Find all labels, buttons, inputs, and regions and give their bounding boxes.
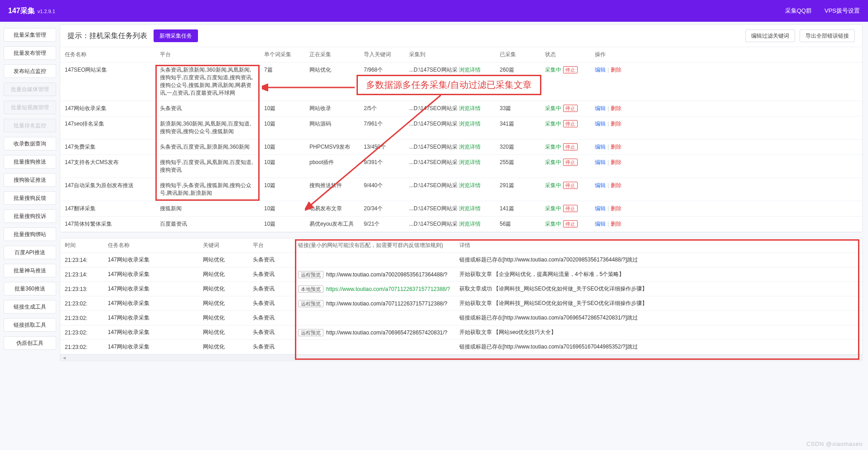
browse-detail-link[interactable]: 浏览详情 bbox=[459, 205, 481, 212]
cell-platform: 头条资讯 bbox=[155, 101, 260, 116]
sidebar-item-15[interactable]: 链接生成工具 bbox=[4, 300, 56, 314]
cell-log-link: 远程预览http://www.toutiao.com/a700209853561… bbox=[294, 267, 455, 282]
log-row: 21:23:02:147网站收录采集网站优化头条资讯远程预览http://www… bbox=[60, 296, 862, 311]
col-platform: 平台 bbox=[155, 47, 260, 63]
log-col-detail: 详情 bbox=[455, 238, 862, 253]
horizontal-scrollbar[interactable] bbox=[60, 354, 862, 361]
cell-log-link bbox=[294, 311, 455, 325]
cell-log-keyword: 网站优化 bbox=[198, 267, 248, 282]
cell-log-keyword: 网站优化 bbox=[198, 325, 248, 340]
sidebar-item-9[interactable]: 批量搜狗反馈 bbox=[4, 191, 56, 205]
edit-link[interactable]: 编辑 bbox=[595, 182, 606, 189]
log-col-time: 时间 bbox=[60, 238, 103, 253]
delete-link[interactable]: 删除 bbox=[611, 205, 622, 212]
delete-link[interactable]: 删除 bbox=[611, 159, 622, 165]
cell-collecting: 网站优化 bbox=[305, 63, 359, 101]
delete-link[interactable]: 删除 bbox=[611, 105, 622, 111]
edit-link[interactable]: 编辑 bbox=[595, 121, 606, 127]
stop-button[interactable]: 停止 bbox=[563, 220, 578, 227]
task-panel-header: 提示：挂机采集任务列表 新增采集任务 编辑过滤关键词 导出全部错误链接 bbox=[60, 25, 862, 47]
local-preview-button[interactable]: 本地预览 bbox=[298, 285, 323, 293]
stop-button[interactable]: 停止 bbox=[563, 182, 578, 189]
add-task-button[interactable]: 新增采集任务 bbox=[154, 29, 198, 42]
cell-single: 7篇 bbox=[260, 63, 305, 101]
cell-log-link: 本地预览https://www.toutiao.com/a70711226371… bbox=[294, 282, 455, 296]
delete-link[interactable]: 删除 bbox=[611, 182, 622, 189]
browse-detail-link[interactable]: 浏览详情 bbox=[459, 221, 481, 227]
stop-button[interactable]: 停止 bbox=[563, 205, 578, 212]
cell-op: 编辑|删除 bbox=[590, 63, 862, 101]
cell-single: 10篇 bbox=[260, 217, 305, 232]
edit-link[interactable]: 编辑 bbox=[595, 144, 606, 150]
cell-collected: 255篇 bbox=[495, 155, 540, 178]
delete-link[interactable]: 删除 bbox=[611, 121, 622, 127]
sidebar-item-7[interactable]: 批量搜狗推送 bbox=[4, 155, 56, 169]
cell-log-platform: 头条资讯 bbox=[248, 311, 294, 325]
log-url: http://www.toutiao.com/a7069654728657420… bbox=[326, 329, 448, 336]
log-col-link: 链接(量小的网站可能没有匹配，如需要可群内反馈增加规则) bbox=[294, 238, 455, 253]
browse-detail-link[interactable]: 浏览详情 bbox=[459, 67, 481, 73]
edit-link[interactable]: 编辑 bbox=[595, 159, 606, 165]
edit-link[interactable]: 编辑 bbox=[595, 221, 606, 227]
delete-link[interactable]: 删除 bbox=[611, 67, 622, 73]
cell-platform: 新浪新闻,360新闻,凤凰新闻,百度知道,搜狗资讯,搜狗公众号,搜狐新闻 bbox=[155, 116, 260, 140]
delete-link[interactable]: 删除 bbox=[611, 221, 622, 227]
top-bar: 147采集 v1.2.9.1 采集QQ群 VPS拨号设置 bbox=[0, 0, 868, 22]
sidebar-item-11[interactable]: 批量搜狗绑站 bbox=[4, 227, 56, 241]
browse-detail-link[interactable]: 浏览详情 bbox=[459, 159, 481, 165]
remote-preview-button[interactable]: 远程预览 bbox=[298, 329, 323, 336]
sidebar-item-8[interactable]: 搜狗验证推送 bbox=[4, 173, 56, 187]
cell-imported: 7/961个 bbox=[359, 116, 405, 140]
browse-detail-link[interactable]: 浏览详情 bbox=[459, 105, 481, 111]
topbar-link-qq[interactable]: 采集QQ群 bbox=[785, 7, 812, 15]
cell-log-task: 147网站收录采集 bbox=[103, 282, 198, 296]
delete-link[interactable]: 删除 bbox=[611, 144, 622, 150]
cell-imported: 9/440个 bbox=[359, 178, 405, 201]
export-errors-button[interactable]: 导出全部错误链接 bbox=[800, 29, 855, 42]
cell-collecting: 易优eyou发布工具 bbox=[305, 217, 359, 232]
log-url[interactable]: https://www.toutiao.com/a707112263715771… bbox=[326, 286, 450, 292]
cell-op: 编辑|删除 bbox=[590, 178, 862, 201]
browse-detail-link[interactable]: 浏览详情 bbox=[459, 121, 481, 127]
cell-collect-to: ...D:\147SEO网站采 浏览详情 bbox=[405, 116, 495, 140]
sidebar-item-13[interactable]: 批量神马推送 bbox=[4, 264, 56, 277]
cell-op: 编辑|删除 bbox=[590, 101, 862, 116]
remote-preview-button[interactable]: 远程预览 bbox=[298, 300, 323, 307]
sidebar-item-4: 批量短视频管理 bbox=[4, 101, 56, 114]
cell-collected: 341篇 bbox=[495, 116, 540, 140]
sidebar-item-6[interactable]: 收录数据查询 bbox=[4, 137, 56, 150]
cell-single: 10篇 bbox=[260, 116, 305, 140]
browse-detail-link[interactable]: 浏览详情 bbox=[459, 144, 481, 150]
stop-button[interactable]: 停止 bbox=[563, 105, 578, 112]
edit-link[interactable]: 编辑 bbox=[595, 205, 606, 212]
edit-link[interactable]: 编辑 bbox=[595, 105, 606, 111]
sidebar-item-0[interactable]: 批量采集管理 bbox=[4, 28, 56, 42]
sidebar-item-17[interactable]: 伪原创工具 bbox=[4, 336, 56, 350]
sidebar-item-14[interactable]: 批量360推送 bbox=[4, 282, 56, 295]
cell-log-detail: 开始获取文章 【诠网科技_网站SEO优化如何做_关于SEO优化详细操作步骤】 bbox=[455, 296, 862, 311]
cell-log-detail: 链接或标题已存在[http://www.toutiao.com/a7016965… bbox=[455, 340, 862, 354]
cell-status: 采集中停止 bbox=[540, 217, 590, 232]
sidebar-item-2[interactable]: 发布站点监控 bbox=[4, 64, 56, 78]
task-row: 147网站收录采集头条资讯10篇网站收录2/5个...D:\147SEO网站采 … bbox=[60, 101, 862, 116]
browse-detail-link[interactable]: 浏览详情 bbox=[459, 182, 481, 189]
sidebar-item-12[interactable]: 百度API推送 bbox=[4, 246, 56, 259]
status-badge: 采集中 bbox=[545, 105, 561, 111]
stop-button[interactable]: 停止 bbox=[563, 66, 578, 73]
sidebar-item-10[interactable]: 批量搜狗投诉 bbox=[4, 209, 56, 223]
cell-single: 10篇 bbox=[260, 201, 305, 217]
stop-button[interactable]: 停止 bbox=[563, 120, 578, 127]
remote-preview-button[interactable]: 远程预览 bbox=[298, 271, 323, 278]
cell-task-name: 147网站收录采集 bbox=[60, 101, 155, 116]
stop-button[interactable]: 停止 bbox=[563, 143, 578, 150]
edit-filter-keywords-button[interactable]: 编辑过滤关键词 bbox=[745, 29, 795, 42]
cell-log-keyword: 网站优化 bbox=[198, 311, 248, 325]
cell-collecting: 网站收录 bbox=[305, 101, 359, 116]
topbar-link-vps[interactable]: VPS拨号设置 bbox=[825, 7, 860, 15]
edit-link[interactable]: 编辑 bbox=[595, 67, 606, 73]
sidebar-item-16[interactable]: 链接抓取工具 bbox=[4, 318, 56, 332]
sidebar-item-1[interactable]: 批量发布管理 bbox=[4, 46, 56, 60]
cell-log-time: 21:23:02: bbox=[60, 311, 103, 325]
stop-button[interactable]: 停止 bbox=[563, 159, 578, 166]
cell-task-name: 147自动采集为原创发布推送 bbox=[60, 178, 155, 201]
